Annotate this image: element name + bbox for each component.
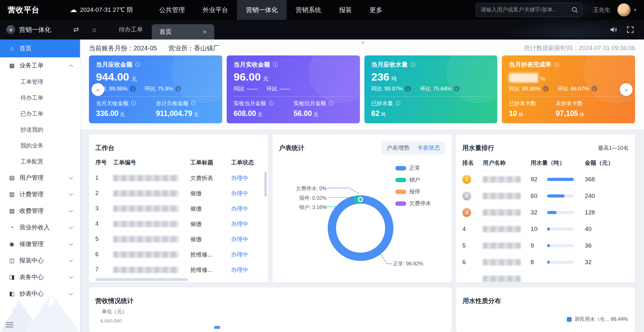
sidebar-item-user-mgmt[interactable]: ▤ 用户管理 bbox=[0, 170, 80, 186]
card-sub-stat: 已抄水量ⓘ 62吨 bbox=[371, 100, 401, 118]
avatar[interactable] bbox=[617, 3, 631, 17]
legend-item[interactable]: 欠费停水 bbox=[395, 200, 431, 207]
tab-meter-growth[interactable]: 户表增势 bbox=[386, 144, 409, 152]
sidebar-item-label: 我的业务 bbox=[20, 142, 43, 149]
sidebar-item-fee-mgmt[interactable]: ▧ 收费管理 bbox=[0, 203, 80, 219]
info-icon[interactable]: ⓘ bbox=[329, 100, 334, 107]
username[interactable]: 王先生 bbox=[593, 6, 610, 14]
rank-number: 6 bbox=[462, 259, 483, 266]
legend-swatch bbox=[395, 178, 406, 182]
legend-item[interactable]: 正常 bbox=[395, 164, 431, 172]
fullscreen-icon[interactable] bbox=[627, 26, 634, 33]
redacted-order-id bbox=[113, 175, 179, 181]
sidebar-item-work-orders[interactable]: ▦ 业务工单 bbox=[0, 57, 80, 74]
chevron-down-icon[interactable]: ▾ bbox=[634, 7, 636, 13]
tab-card-meter-status[interactable]: 卡表状态 bbox=[417, 144, 440, 152]
sub-unit: 元 bbox=[194, 112, 199, 117]
sub-value: 97,105 bbox=[556, 109, 578, 118]
sidebar-item-non-operating-income[interactable]: ◔ 营业外收入 bbox=[0, 219, 80, 236]
sidebar-item-home[interactable]: ⌂ 首页 bbox=[0, 40, 80, 57]
carousel-left-arrow[interactable]: « bbox=[91, 83, 104, 96]
collapse-toggle-icon[interactable]: « bbox=[359, 40, 365, 44]
info-icon[interactable]: ⓘ bbox=[411, 61, 416, 68]
legend-item[interactable]: 销户 bbox=[395, 176, 431, 184]
legend-item[interactable]: 报停 bbox=[395, 188, 431, 195]
nav-item-public-mgmt[interactable]: 公共管理 bbox=[150, 0, 194, 20]
sidebar-item-meter-reading-center[interactable]: ◧ 抄表中心 bbox=[0, 285, 80, 302]
home-icon[interactable]: ⌂ bbox=[92, 26, 97, 33]
table-row[interactable]: 7 抢维修... 办理中 bbox=[95, 262, 262, 277]
legend-item[interactable]: 居民用水（生... 86.44% bbox=[567, 316, 628, 323]
status-link[interactable]: 办理中 bbox=[231, 221, 248, 227]
horizontal-scrollbar[interactable] bbox=[95, 278, 188, 281]
info-icon[interactable]: ⓘ bbox=[554, 61, 559, 68]
table-row[interactable]: 1 欠费拆表 办理中 bbox=[95, 170, 262, 185]
card-receivable-amount: 当月应收金额ⓘ 944.00元 同比99.98%↓ 环比75.9%↓ 当月欠收金… bbox=[89, 55, 222, 123]
table-header: 序号 工单编号 工单标题 工单状态 bbox=[95, 155, 262, 170]
table-row[interactable]: 3 催缴 办理中 bbox=[95, 201, 262, 216]
sidebar-item-done-orders[interactable]: 已办工单 bbox=[0, 106, 80, 122]
rank-number: 5 bbox=[462, 242, 483, 249]
nav-item-field-platform[interactable]: 外业平台 bbox=[194, 0, 237, 20]
sub-label: 已抄表卡数 bbox=[509, 100, 536, 107]
speaker-icon[interactable] bbox=[610, 26, 617, 33]
status-link[interactable]: 办理中 bbox=[231, 267, 248, 273]
table-row[interactable]: 2 催缴 办理中 bbox=[95, 185, 262, 201]
sidebar-item-cc-me[interactable]: 抄送我的 bbox=[0, 122, 80, 138]
amount-value: 40 bbox=[585, 226, 629, 233]
tab-home[interactable]: 首页 × bbox=[152, 24, 214, 40]
sidebar-item-todo-orders[interactable]: 待办工单 bbox=[0, 90, 80, 106]
table-row[interactable]: 4 催缴 办理中 bbox=[95, 216, 262, 231]
status-link[interactable]: 办理中 bbox=[231, 190, 248, 197]
menu-list-icon[interactable] bbox=[6, 322, 13, 328]
sub-value: 62 bbox=[371, 109, 380, 118]
sidebar-item-order-mgmt[interactable]: 工单管理 bbox=[0, 74, 80, 90]
yoy-value: 99.98% bbox=[109, 86, 128, 92]
info-icon[interactable]: ⓘ bbox=[273, 61, 278, 68]
chart-legend: 正常 销户 报停 欠费停水 bbox=[395, 164, 431, 207]
search-input[interactable] bbox=[476, 3, 582, 17]
chevron-down-icon bbox=[69, 275, 73, 279]
redacted-order-id bbox=[113, 221, 179, 227]
sidebar-item-collection-mgmt[interactable]: ◉ 催缴管理 bbox=[0, 236, 80, 252]
status-link[interactable]: 办理中 bbox=[231, 206, 248, 212]
redacted-username bbox=[483, 276, 521, 282]
meter-donut[interactable] bbox=[328, 195, 393, 261]
nav-item-installation[interactable]: 报装 bbox=[330, 0, 361, 20]
info-icon[interactable]: ⓘ bbox=[191, 100, 196, 107]
info-icon[interactable]: ⓘ bbox=[396, 100, 401, 107]
search-icon[interactable] bbox=[571, 6, 578, 13]
office-value: 香山镇厂 bbox=[194, 44, 219, 53]
meter-icon: ◨ bbox=[8, 274, 15, 281]
sidebar-item-label: 抄表中心 bbox=[19, 290, 44, 298]
nav-item-marketing-system[interactable]: 营销系统 bbox=[287, 0, 330, 20]
sidebar-item-my-business[interactable]: 我的业务 bbox=[0, 138, 80, 154]
table-row[interactable]: 6 抢维修... 办理中 bbox=[95, 247, 262, 262]
close-icon[interactable]: × bbox=[203, 28, 207, 36]
carousel-right-arrow[interactable]: » bbox=[620, 83, 633, 96]
nav-item-marketing-integration[interactable]: 营销一体化 bbox=[237, 0, 287, 20]
sidebar-item-installation-center[interactable]: ◫ 报装中心 bbox=[0, 252, 80, 269]
swap-tabs-icon[interactable]: ⇄ bbox=[73, 26, 79, 33]
table-row[interactable]: 5 催缴 办理中 bbox=[95, 231, 262, 247]
sidebar-item-meter-center[interactable]: ◨ 表务中心 bbox=[0, 269, 80, 285]
sidebar-item-label: 用户管理 bbox=[19, 174, 44, 182]
info-icon[interactable]: ⓘ bbox=[269, 100, 274, 107]
tab-todo-orders[interactable]: 待办工单 bbox=[110, 25, 152, 34]
status-link[interactable]: 办理中 bbox=[231, 236, 248, 242]
yoy-value: 99.99% bbox=[522, 86, 540, 92]
home-icon: ⌂ bbox=[8, 45, 15, 52]
sidebar-item-order-config[interactable]: 工单配置 bbox=[0, 154, 80, 170]
nav-item-more[interactable]: 更多 bbox=[361, 0, 391, 20]
info-icon[interactable]: ⓘ bbox=[135, 61, 140, 68]
sub-value: 10 bbox=[509, 109, 517, 118]
sub-value: 56.00 bbox=[294, 109, 312, 118]
redacted-username bbox=[483, 176, 521, 183]
status-link[interactable]: 办理中 bbox=[231, 251, 248, 258]
usage-bar bbox=[547, 244, 574, 247]
status-link[interactable]: 办理中 bbox=[231, 175, 248, 181]
sidebar-item-billing-mgmt[interactable]: ▥ 计费管理 bbox=[0, 186, 80, 203]
yoy-value: 99.97% bbox=[384, 86, 403, 92]
vertical-scrollbar[interactable] bbox=[264, 172, 267, 197]
info-icon[interactable]: ⓘ bbox=[131, 100, 136, 107]
